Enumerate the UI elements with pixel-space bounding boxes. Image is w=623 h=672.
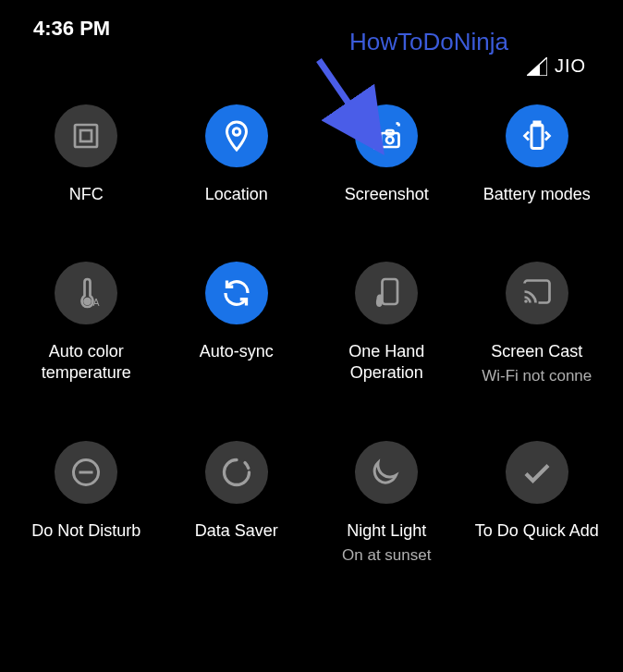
svg-text:A: A xyxy=(93,297,100,308)
cast-icon xyxy=(506,262,568,324)
tile-label: NFC xyxy=(69,184,104,206)
annotation-label: HowToDoNinja xyxy=(349,28,508,56)
tile-sublabel: Wi-Fi not conne xyxy=(482,367,592,385)
nfc-icon xyxy=(55,104,117,167)
tile-battery-modes[interactable]: Battery modes xyxy=(462,104,613,206)
svg-rect-11 xyxy=(534,122,540,126)
tile-label: Screenshot xyxy=(345,184,429,206)
sync-icon xyxy=(205,262,268,324)
svg-point-6 xyxy=(233,128,240,136)
tile-todo-quick-add[interactable]: To Do Quick Add xyxy=(462,441,613,565)
one-hand-icon xyxy=(355,262,418,324)
tile-label: Do Not Disturb xyxy=(31,520,140,543)
carrier-label: JIO xyxy=(555,55,586,77)
tile-auto-sync[interactable]: Auto-sync xyxy=(162,262,312,385)
tile-label: One Hand Operation xyxy=(312,341,462,385)
tile-label: Auto color temperature xyxy=(11,341,162,385)
tile-screen-cast[interactable]: Screen Cast Wi-Fi not conne xyxy=(462,262,613,385)
battery-icon xyxy=(506,104,568,167)
tile-label: Location xyxy=(205,184,268,206)
status-bar: 4:36 PM xyxy=(0,0,623,48)
annotation-arrow-icon xyxy=(305,55,397,157)
checkmark-icon xyxy=(506,441,568,504)
quick-settings-grid: NFC Location Screenshot xyxy=(0,95,623,566)
tile-label: Auto-sync xyxy=(200,341,274,363)
tile-one-hand-operation[interactable]: One Hand Operation xyxy=(312,262,462,385)
tile-nfc[interactable]: NFC xyxy=(11,104,162,206)
tile-label: Battery modes xyxy=(483,184,591,206)
svg-point-15 xyxy=(524,299,528,303)
status-time: 4:36 PM xyxy=(33,17,110,41)
thermometer-icon: A xyxy=(55,262,117,324)
svg-point-12 xyxy=(85,299,91,304)
tile-label: To Do Quick Add xyxy=(475,520,599,543)
tile-location[interactable]: Location xyxy=(162,104,312,206)
tile-do-not-disturb[interactable]: Do Not Disturb xyxy=(11,441,162,565)
dnd-icon xyxy=(55,441,117,504)
tile-auto-color-temperature[interactable]: A Auto color temperature xyxy=(11,262,162,385)
tile-label: Night Light xyxy=(347,520,426,543)
tile-sublabel: On at sunset xyxy=(342,546,431,565)
tile-label: Screen Cast xyxy=(491,341,582,363)
svg-line-1 xyxy=(319,60,370,134)
svg-rect-4 xyxy=(75,125,97,147)
location-icon xyxy=(205,104,268,167)
svg-rect-5 xyxy=(80,130,92,141)
signal-icon xyxy=(527,57,547,76)
tile-night-light[interactable]: Night Light On at sunset xyxy=(312,441,462,565)
tile-label: Data Saver xyxy=(195,520,278,543)
svg-rect-14 xyxy=(383,279,398,304)
moon-icon xyxy=(355,441,418,504)
data-saver-icon xyxy=(205,441,268,504)
tile-data-saver[interactable]: Data Saver xyxy=(162,441,312,565)
svg-rect-10 xyxy=(531,125,543,149)
